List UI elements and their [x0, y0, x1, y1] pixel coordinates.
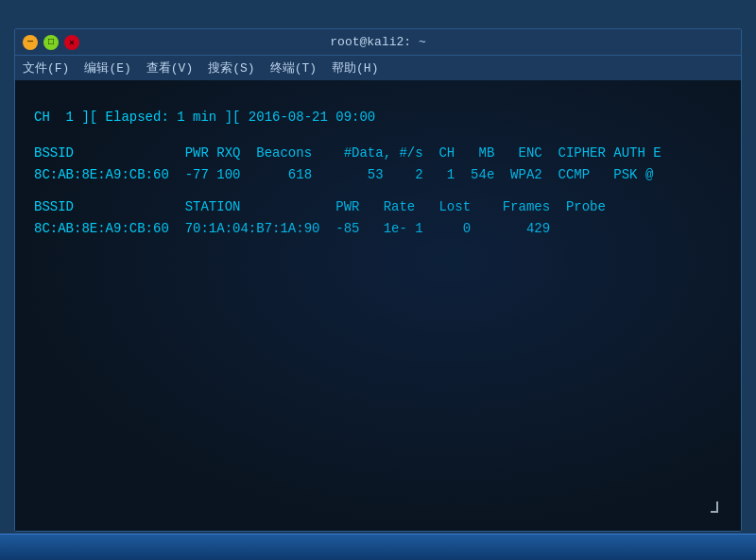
ap-table-header: BSSID PWR RXQ Beacons #Data, #/s CH MB E…	[34, 143, 722, 163]
minimize-button[interactable]: ─	[23, 35, 38, 50]
terminal-window: ─ □ ✕ root@kali2: ~ 文件(F) 编辑(E) 查看(V) 搜索…	[14, 28, 742, 532]
status-line: CH 1 ][ Elapsed: 1 min ][ 2016-08-21 09:…	[34, 107, 722, 127]
menu-search[interactable]: 搜索(S)	[208, 59, 254, 76]
mouse-cursor	[711, 501, 718, 513]
menu-terminal[interactable]: 终端(T)	[270, 59, 317, 76]
menu-view[interactable]: 查看(V)	[146, 59, 193, 76]
station-table-row: 8C:AB:8E:A9:CB:60 70:1A:04:B7:1A:90 -85 …	[34, 218, 722, 239]
taskbar	[0, 534, 756, 560]
window-title: root@kali2: ~	[79, 35, 677, 49]
ap-table-row: 8C:AB:8E:A9:CB:60 -77 100 618 53 2 1 54e…	[34, 164, 722, 185]
close-button[interactable]: ✕	[64, 35, 79, 50]
menu-file[interactable]: 文件(F)	[23, 59, 69, 76]
station-table-header: BSSID STATION PWR Rate Lost Frames Probe	[34, 196, 722, 217]
menu-help[interactable]: 帮助(H)	[332, 59, 378, 76]
menubar: 文件(F) 编辑(E) 查看(V) 搜索(S) 终端(T) 帮助(H)	[15, 56, 741, 80]
maximize-button[interactable]: □	[43, 35, 59, 50]
terminal-body[interactable]: CH 1 ][ Elapsed: 1 min ][ 2016-08-21 09:…	[15, 80, 741, 531]
titlebar: ─ □ ✕ root@kali2: ~	[15, 29, 741, 56]
menu-edit[interactable]: 编辑(E)	[84, 59, 130, 76]
